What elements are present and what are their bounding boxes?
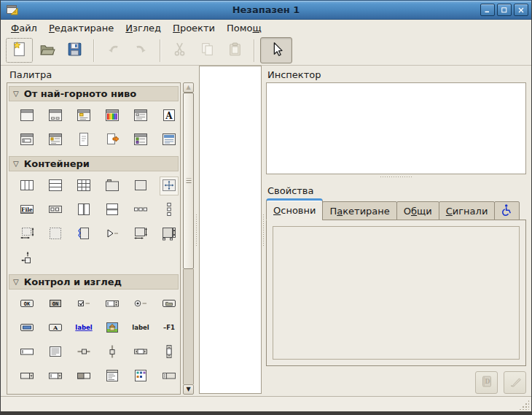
palette-item-hbox[interactable] bbox=[17, 177, 36, 195]
palette-item-button[interactable]: OK bbox=[17, 295, 36, 314]
palette-item-check-button[interactable] bbox=[74, 295, 93, 314]
palette-item-icon-view[interactable] bbox=[131, 367, 150, 386]
palette-item-layout[interactable] bbox=[46, 225, 65, 244]
palette-item-scrolled-window[interactable] bbox=[131, 225, 150, 244]
resize-grip[interactable] bbox=[519, 400, 529, 410]
tab-common[interactable]: Общи bbox=[396, 201, 439, 220]
palette-item-fixed[interactable] bbox=[160, 177, 179, 195]
palette-item-combo-box-entry[interactable] bbox=[46, 367, 65, 386]
palette-item-spin-button[interactable] bbox=[103, 295, 122, 314]
menu-item-view[interactable]: Изглед bbox=[120, 21, 167, 35]
menu-item-file[interactable]: Файл bbox=[5, 21, 43, 35]
palette-item-hscrollbar[interactable] bbox=[131, 343, 150, 362]
maximize-button[interactable] bbox=[497, 4, 512, 16]
palette-item-progress-bar[interactable] bbox=[74, 367, 93, 386]
devhelp-button[interactable]: D bbox=[475, 371, 498, 394]
palette-item-vscale[interactable] bbox=[103, 343, 122, 362]
palette-item-toggle-button[interactable]: ON bbox=[46, 295, 65, 314]
palette-item-vpaned[interactable] bbox=[103, 201, 122, 220]
palette-item-table[interactable] bbox=[74, 177, 93, 195]
assistant-icon bbox=[47, 131, 64, 150]
tab-signals[interactable]: Сигнали bbox=[439, 201, 496, 220]
palette-item-menubar[interactable]: File bbox=[17, 201, 36, 220]
palette-item-drawing-area[interactable] bbox=[103, 391, 122, 395]
palette-item-assistant-window[interactable] bbox=[160, 131, 179, 150]
palette-item-file-selection-dialog[interactable] bbox=[131, 106, 150, 125]
redo-button[interactable] bbox=[128, 38, 154, 63]
palette-item-message-dialog[interactable] bbox=[74, 106, 93, 125]
palette-item-accel-label[interactable]: –F1 bbox=[160, 319, 179, 338]
palette-item-tree-view[interactable] bbox=[103, 367, 122, 386]
palette-item-label[interactable]: label bbox=[131, 319, 150, 338]
palette-section-header-0[interactable]: ▽От най-горното ниво bbox=[9, 86, 179, 101]
palette-item-vbuttonbox[interactable] bbox=[160, 201, 179, 220]
paste-button[interactable] bbox=[222, 38, 249, 63]
scroll-up-button[interactable]: ▲ bbox=[183, 82, 194, 93]
tab-packing[interactable]: Пакетиране bbox=[322, 201, 396, 220]
scrollbar-thumb[interactable] bbox=[183, 93, 194, 269]
tab-general[interactable]: Основни bbox=[266, 198, 323, 220]
palette-item-file-chooser-dialog[interactable] bbox=[103, 131, 122, 150]
titlebar[interactable]: Незапазен 1 bbox=[1, 1, 531, 20]
palette-item-entry[interactable] bbox=[17, 343, 36, 362]
palette-item-color-button[interactable] bbox=[17, 319, 36, 338]
palette-item-image[interactable] bbox=[103, 319, 122, 338]
palette-item-calendar[interactable] bbox=[131, 391, 150, 395]
scrollbar-trough[interactable] bbox=[183, 269, 194, 384]
paned-handle-left[interactable] bbox=[195, 66, 199, 396]
palette-item-ruler[interactable] bbox=[160, 391, 179, 395]
menu-item-projects[interactable]: Проекти bbox=[167, 21, 221, 35]
design-canvas[interactable] bbox=[199, 66, 262, 394]
new-button[interactable] bbox=[6, 38, 33, 63]
palette-item-radio-button[interactable] bbox=[131, 295, 150, 314]
palette-item-hseparator[interactable] bbox=[17, 391, 36, 395]
palette-item-hbuttonbox[interactable] bbox=[131, 201, 150, 220]
palette-item-notebook[interactable] bbox=[103, 177, 122, 195]
palette-item-hscale[interactable] bbox=[74, 343, 93, 362]
palette-item-assistant[interactable] bbox=[46, 131, 65, 150]
palette-section-header-1[interactable]: ▽Контейнери bbox=[9, 156, 179, 171]
palette-item-handlebox[interactable] bbox=[74, 225, 93, 244]
open-button[interactable] bbox=[34, 38, 60, 63]
tab-accessibility[interactable] bbox=[494, 201, 520, 220]
palette-item-color-selection-dialog[interactable] bbox=[103, 106, 122, 125]
palette-item-input-dialog[interactable] bbox=[17, 131, 36, 150]
palette-item-viewport[interactable] bbox=[160, 225, 179, 244]
scroll-down-button[interactable]: ▼ bbox=[183, 384, 194, 395]
palette-item-vbox[interactable] bbox=[46, 177, 65, 195]
palette-item-cell-view[interactable] bbox=[160, 367, 179, 386]
copy-button[interactable] bbox=[194, 38, 221, 63]
palette-item-toolbar[interactable] bbox=[46, 201, 65, 220]
inspector-tree[interactable] bbox=[266, 82, 526, 174]
palette-item-expander[interactable] bbox=[103, 225, 122, 244]
palette-item-text-view[interactable] bbox=[46, 343, 65, 362]
palette-item-vseparator[interactable] bbox=[46, 391, 65, 395]
undo-button[interactable] bbox=[100, 38, 127, 63]
palette-item-link-button[interactable]: label bbox=[74, 319, 93, 338]
palette-item-window[interactable] bbox=[17, 106, 36, 125]
cut-button[interactable] bbox=[166, 38, 193, 63]
palette-item-statusbar[interactable] bbox=[74, 391, 93, 395]
palette-item-file-chooser-button[interactable] bbox=[160, 295, 179, 314]
selector-button[interactable] bbox=[260, 37, 292, 63]
palette-scrollbar[interactable]: ▲ ▼ bbox=[183, 82, 194, 395]
close-button[interactable] bbox=[514, 4, 528, 16]
palette-item-font-button[interactable]: A bbox=[46, 319, 65, 338]
menu-item-help[interactable]: Помощ bbox=[221, 21, 267, 35]
palette-item-hpaned[interactable] bbox=[74, 201, 93, 220]
palette-item-about-dialog[interactable] bbox=[74, 131, 93, 150]
palette-item-recent-chooser-dialog[interactable] bbox=[131, 131, 150, 150]
palette-item-combo-box[interactable] bbox=[17, 367, 36, 386]
palette-item-dialog[interactable] bbox=[46, 106, 65, 125]
edit-custom-button[interactable] bbox=[504, 371, 526, 394]
palette-item-font-selection-dialog[interactable]: A bbox=[160, 106, 179, 125]
palette-item-alignment[interactable] bbox=[17, 249, 36, 268]
paned-handle-horizontal[interactable] bbox=[266, 174, 526, 180]
save-button[interactable] bbox=[61, 38, 88, 63]
palette-item-frame[interactable] bbox=[131, 177, 150, 195]
palette-item-vscrollbar[interactable] bbox=[160, 343, 179, 362]
menu-item-edit[interactable]: Редактиране bbox=[43, 21, 120, 35]
minimize-button[interactable] bbox=[480, 4, 495, 16]
palette-section-header-2[interactable]: ▽Контрол и изглед bbox=[9, 274, 179, 290]
palette-item-layout-resizable[interactable] bbox=[17, 225, 36, 244]
